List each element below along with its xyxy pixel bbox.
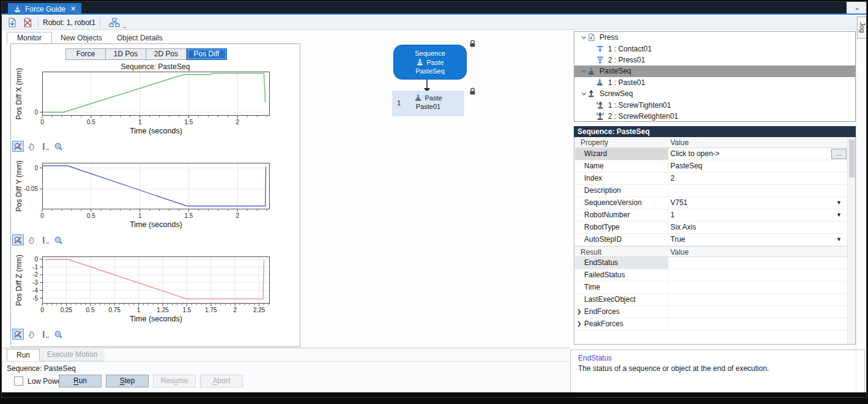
property-name: Wizard: [575, 148, 668, 160]
close-icon[interactable]: ✕: [70, 5, 76, 13]
result-row-endforces[interactable]: ❯EndForces: [574, 306, 855, 318]
property-name: Index: [575, 173, 668, 184]
property-row-autostepid[interactable]: AutoStepIDTrue▼: [574, 234, 855, 246]
result-row-endstatus[interactable]: EndStatus: [574, 257, 855, 269]
dropdown-caret-icon[interactable]: ▼: [836, 234, 842, 245]
property-grid-scrollbar[interactable]: [847, 137, 855, 344]
property-value[interactable]: PasteSeq: [670, 160, 702, 172]
result-row-time[interactable]: Time: [574, 282, 855, 294]
y-axis-label-pos-diff-x: Pos Diff X (mm): [13, 72, 24, 116]
result-row-failedstatus[interactable]: FailedStatus: [574, 269, 855, 282]
dropdown-caret-icon[interactable]: ▼: [836, 209, 842, 221]
pan-icon[interactable]: [26, 329, 37, 340]
scale-settings-icon[interactable]: [39, 329, 51, 340]
tree-item-2-press01[interactable]: 2 : Press01: [574, 54, 855, 65]
subtab-pos-diff[interactable]: Pos Diff: [187, 48, 227, 60]
zoom-reset-icon[interactable]: [53, 329, 64, 340]
run-tab-execute-motion[interactable]: Execute Motion: [40, 349, 105, 361]
scale-settings-icon[interactable]: [39, 141, 51, 152]
tree-chevron-icon[interactable]: [581, 91, 587, 97]
subtab-force[interactable]: Force: [65, 48, 106, 60]
result-row-lastexecobject[interactable]: LastExecObject: [574, 294, 855, 306]
svg-text:2.25: 2.25: [253, 307, 265, 313]
pan-icon[interactable]: [26, 234, 37, 245]
tab-new-objects[interactable]: New Objects: [61, 34, 102, 42]
tree-chevron-icon[interactable]: [581, 35, 587, 40]
property-value[interactable]: V751: [670, 197, 688, 209]
abort-button[interactable]: Abort: [200, 375, 243, 387]
scale-settings-icon[interactable]: [39, 234, 51, 245]
tab-monitor[interactable]: Monitor: [7, 32, 52, 43]
svg-text:1: 1: [138, 119, 142, 125]
property-row-index[interactable]: Index2: [574, 173, 855, 185]
doc-new-icon[interactable]: [6, 17, 18, 28]
chart-pos-diff-y[interactable]: 00.511.520-0.05: [42, 163, 270, 209]
tree-item-1-paste01[interactable]: 1 : Paste01: [574, 77, 855, 88]
result-description-panel: EndStatus The status of a sequence or ob…: [570, 350, 865, 397]
screw-retighten-icon: [596, 112, 605, 121]
zoom-reset-icon[interactable]: [53, 234, 64, 245]
press-icon: [596, 56, 605, 64]
subtab-1d-pos[interactable]: 1D Pos: [106, 48, 146, 60]
property-row-description[interactable]: Description: [574, 185, 855, 197]
tree-item-1-contact01[interactable]: 1 : Contact01: [574, 43, 855, 54]
property-rows: WizardClick to open->...NamePasteSeqInde…: [574, 148, 855, 246]
property-value[interactable]: 2: [670, 173, 675, 184]
subtab-2d-pos[interactable]: 2D Pos: [146, 48, 187, 60]
zoom-select-icon[interactable]: [12, 141, 24, 152]
run-tab-run[interactable]: Run: [7, 349, 40, 361]
pan-icon[interactable]: [26, 141, 37, 152]
chevron-down-icon[interactable]: ⌄: [122, 23, 127, 29]
tree-chevron-icon[interactable]: [581, 69, 587, 74]
jog-side-tab[interactable]: Jog: [857, 17, 867, 39]
property-row-sequenceversion[interactable]: SequenceVersionV751▼: [574, 197, 855, 209]
chart-pos-diff-z[interactable]: 00.250.50.7511.251.51.7522.250-1-2-3-4-5: [42, 256, 270, 304]
svg-text:0: 0: [40, 307, 44, 313]
tree-item-label: 1 : Contact01: [608, 45, 651, 53]
property-row-wizard[interactable]: WizardClick to open->...: [574, 148, 855, 160]
chart-subtabs: Force1D Pos2D PosPos Diff: [65, 48, 227, 60]
dropdown-caret-icon[interactable]: ▼: [836, 197, 842, 209]
monitor-panel: Force1D Pos2D PosPos Diff Sequence: Past…: [10, 43, 300, 347]
step-button[interactable]: Step: [106, 375, 149, 387]
tree-item-1-screwtighten01[interactable]: 1 : ScrewTighten01: [574, 99, 855, 110]
property-row-name[interactable]: NamePasteSeq: [574, 160, 855, 173]
tree-item-2-screwretighten01[interactable]: 2 : ScrewRetighten01: [574, 111, 855, 122]
run-button[interactable]: Run: [59, 375, 102, 387]
property-value[interactable]: Click to open->: [670, 148, 719, 160]
svg-text:0: 0: [40, 119, 44, 125]
monitor-sequence-label: Sequence: PasteSeq: [11, 62, 300, 71]
force-guide-window: Force Guide ✕ ⌄ Robot: 1, robot1 ⌄ Monit…: [1, 1, 867, 398]
svg-text:0: 0: [34, 109, 38, 116]
tree-item-screwseq[interactable]: ScrewSeq: [574, 88, 855, 99]
zoom-reset-icon[interactable]: [53, 141, 64, 152]
property-row-robotnumber[interactable]: RobotNumber1▼: [574, 209, 855, 222]
property-value[interactable]: Six Axis: [670, 222, 696, 233]
lock-icon: [469, 88, 476, 95]
hierarchy-icon[interactable]: [108, 17, 121, 28]
tab-force-guide[interactable]: Force Guide ✕: [8, 3, 81, 15]
flowchart-step-node[interactable]: 1 Paste Paste01: [392, 91, 464, 116]
wizard-open-button[interactable]: ...: [831, 149, 847, 159]
resume-button[interactable]: Resume: [153, 375, 196, 387]
flowchart-sequence-node[interactable]: Sequence Paste PasteSeq: [393, 45, 467, 80]
result-name: Time: [575, 282, 668, 293]
doc-delete-icon[interactable]: [21, 17, 34, 28]
tree-item-pasteseq[interactable]: PasteSeq: [574, 65, 855, 77]
chart-pos-diff-x[interactable]: 00.511.520: [42, 72, 270, 116]
result-row-peakforces[interactable]: ❯PeakForces: [574, 318, 855, 331]
tree-item-label: 2 : ScrewRetighten01: [608, 112, 678, 121]
tree-item-press[interactable]: Press: [574, 32, 855, 43]
svg-text:-1: -1: [32, 264, 38, 271]
property-value[interactable]: True: [670, 234, 685, 245]
svg-text:1.5: 1.5: [185, 119, 193, 125]
property-row-robottype[interactable]: RobotTypeSix Axis: [574, 222, 855, 234]
zoom-select-icon[interactable]: [12, 234, 24, 245]
zoom-select-icon[interactable]: [12, 329, 24, 340]
tab-object-details[interactable]: Object Details: [117, 34, 163, 42]
property-column-label: Property: [581, 138, 608, 147]
tab-overflow-chevron[interactable]: ⌄: [847, 2, 867, 15]
tree-item-label: 1 : Paste01: [608, 78, 645, 87]
property-value[interactable]: 1: [670, 209, 675, 221]
low-power-checkbox[interactable]: [14, 376, 23, 386]
